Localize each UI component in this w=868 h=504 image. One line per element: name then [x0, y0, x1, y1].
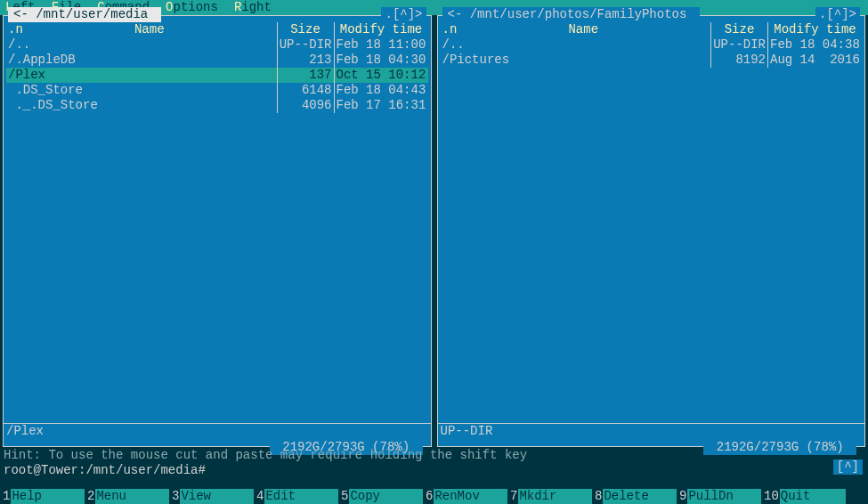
col-name[interactable]: Name — [457, 22, 711, 37]
fkey-copy[interactable]: 5Copy — [338, 489, 423, 504]
column-headers: .n Name Size Modify time — [6, 22, 428, 37]
fkey-quit[interactable]: 10Quit — [761, 489, 846, 504]
list-item[interactable]: /Pictures8192Aug 14 2016 — [441, 53, 863, 68]
list-item[interactable]: /Plex137Oct 15 10:12 — [6, 68, 428, 83]
fkey-delete[interactable]: 8Delete — [592, 489, 677, 504]
list-item[interactable]: .DS_Store6148Feb 18 04:43 — [6, 83, 428, 98]
chevron-left-icon: <- — [13, 7, 28, 21]
col-n[interactable]: .n — [441, 22, 457, 37]
file-list: /..UP--DIRFeb 18 11:00/.AppleDB213Feb 18… — [6, 37, 428, 440]
list-item[interactable]: /..UP--DIRFeb 18 11:00 — [6, 37, 428, 53]
fkey-menu[interactable]: 2Menu — [85, 489, 169, 504]
panel-control-icon[interactable]: .[^]> — [815, 7, 860, 22]
fkey-pulldn[interactable]: 9PullDn — [677, 489, 761, 504]
fkey-mkdir[interactable]: 7Mkdir — [507, 489, 592, 504]
left-status: /Plex — [6, 424, 44, 439]
file-list: /..UP--DIRFeb 18 04:38/Pictures8192Aug 1… — [441, 37, 863, 440]
fkey-edit[interactable]: 4Edit — [254, 489, 338, 504]
col-size[interactable]: Size — [710, 22, 767, 37]
col-mtime[interactable]: Modify time — [767, 22, 862, 37]
list-item[interactable]: /..UP--DIRFeb 18 04:38 — [441, 37, 863, 53]
col-mtime[interactable]: Modify time — [334, 22, 428, 37]
list-item[interactable]: ._.DS_Store4096Feb 17 16:31 — [6, 98, 428, 113]
fkey-renmov[interactable]: 6RenMov — [423, 489, 507, 504]
fkey-view[interactable]: 3View — [169, 489, 254, 504]
panels: <- /mnt/user/media .[^]> .n Name Size Mo… — [0, 15, 868, 447]
right-status: UP--DIR — [441, 424, 493, 439]
col-n[interactable]: .n — [6, 22, 22, 37]
panel-control-icon[interactable]: .[^]> — [381, 7, 426, 22]
corner-control-icon[interactable]: [^] — [833, 459, 863, 475]
left-panel[interactable]: <- /mnt/user/media .[^]> .n Name Size Mo… — [3, 15, 432, 447]
right-panel[interactable]: <- /mnt/user/photos/FamilyPhotos .[^]> .… — [437, 15, 866, 447]
col-size[interactable]: Size — [277, 22, 334, 37]
shell-prompt[interactable]: root@Tower:/mnt/user/media# — [4, 463, 864, 478]
left-panel-path[interactable]: <- /mnt/user/media — [8, 7, 161, 22]
right-panel-path[interactable]: <- /mnt/user/photos/FamilyPhotos — [442, 7, 700, 22]
chevron-left-icon: <- — [448, 7, 463, 21]
column-headers: .n Name Size Modify time — [441, 22, 863, 37]
footer-area: Hint: To use the mouse cut and paste may… — [0, 447, 868, 478]
fkey-help[interactable]: 1Help — [0, 489, 85, 504]
function-key-bar: 1Help2Menu3View4Edit5Copy6RenMov7Mkdir8D… — [0, 489, 868, 504]
col-name[interactable]: Name — [22, 22, 277, 37]
hint-text: Hint: To use the mouse cut and paste may… — [4, 448, 864, 463]
list-item[interactable]: /.AppleDB213Feb 18 04:30 — [6, 53, 428, 68]
